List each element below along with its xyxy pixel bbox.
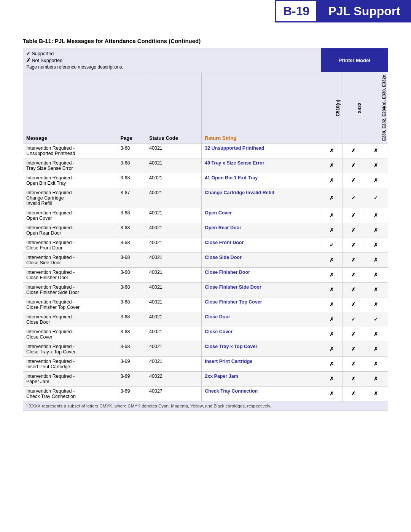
c510n-cell: ✗ <box>321 252 342 267</box>
c510n-cell: ✗ <box>321 356 342 371</box>
x422-cell: ✗ <box>342 252 364 267</box>
x422-cell: ✗ <box>342 223 364 238</box>
table-row: Intervention Required -Close Finisher To… <box>23 297 388 312</box>
msg-cell: Intervention Required -Tray Size Sense E… <box>23 158 117 173</box>
x422-cell: ✗ <box>342 327 364 342</box>
legend-row: ✓ Supported ✗ Not Supported Page numbers… <box>23 48 388 72</box>
c510n-cell: ✗ <box>321 158 342 173</box>
c510n-cell: ✗ <box>321 297 342 312</box>
return-string-cell: 40 Tray x Size Sense Error <box>202 158 321 173</box>
eseries-cell: ✗ <box>364 282 388 297</box>
x422-cell: ✓ <box>342 312 364 327</box>
eseries-cell: ✗ <box>364 327 388 342</box>
status-cell: 40021 <box>146 312 202 327</box>
status-cell: 40021 <box>146 356 202 371</box>
page-number: B-19 <box>275 0 317 22</box>
return-string-cell: Close Door <box>202 312 321 327</box>
table-row: Intervention Required -Unsupported Print… <box>23 143 388 158</box>
col-e-series: E230, E232, E234(n), E330, E332n <box>364 72 388 144</box>
eseries-cell: ✗ <box>364 143 388 158</box>
c510n-cell: ✗ <box>321 267 342 282</box>
x422-cell: ✗ <box>342 208 364 223</box>
x422-cell: ✗ <box>342 371 364 386</box>
page-cell: 3-68 <box>117 208 146 223</box>
page-title: PJL Support <box>317 0 411 22</box>
main-table: ✓ Supported ✗ Not Supported Page numbers… <box>23 48 388 411</box>
x422-cell: ✗ <box>342 356 364 371</box>
c510n-cell: ✗ <box>321 371 342 386</box>
page-cell: 3-69 <box>117 386 146 401</box>
x422-cell: ✗ <box>342 282 364 297</box>
return-string-cell: Check Tray Connection <box>202 386 321 401</box>
not-supported-legend: ✗ Not Supported <box>26 58 318 63</box>
x422-cell: ✗ <box>342 267 364 282</box>
supported-symbol: ✓ <box>26 51 30 56</box>
status-cell: 40021 <box>146 188 202 208</box>
status-cell: 40021 <box>146 238 202 252</box>
x422-cell: ✗ <box>342 158 364 173</box>
status-cell: 40021 <box>146 297 202 312</box>
page-cell: 3-68 <box>117 223 146 238</box>
page-cell: 3-68 <box>117 282 146 297</box>
status-cell: 40021 <box>146 223 202 238</box>
x422-cell: ✗ <box>342 342 364 356</box>
c510n-cell: ✗ <box>321 223 342 238</box>
c510n-cell: ✗ <box>321 208 342 223</box>
col-status-code: Status Code <box>146 72 202 144</box>
table-row: Intervention Required -Insert Print Cart… <box>23 356 388 371</box>
c510n-cell: ✗ <box>321 386 342 401</box>
return-string-cell: Open Rear Door <box>202 223 321 238</box>
table-row: Intervention Required -Close Finisher Si… <box>23 282 388 297</box>
table-row: Intervention Required -Close Side Door 3… <box>23 252 388 267</box>
page-cell: 3-69 <box>117 371 146 386</box>
msg-cell: Intervention Required -Close Finisher To… <box>23 297 117 312</box>
column-headers: Message Page Status Code Return String C… <box>23 72 388 144</box>
eseries-cell: ✗ <box>364 356 388 371</box>
return-string-cell: Open Cover <box>202 208 321 223</box>
footer-note: ¹ XXXX represents a subset of letters CM… <box>23 401 388 411</box>
table-row: Intervention Required -Close Cover 3-68 … <box>23 327 388 342</box>
supported-label: Supported <box>32 51 54 56</box>
eseries-cell: ✗ <box>364 267 388 282</box>
msg-cell: Intervention Required -Insert Print Cart… <box>23 356 117 371</box>
return-string-cell: Insert Print Cartridge <box>202 356 321 371</box>
footer-note-row: ¹ XXXX represents a subset of letters CM… <box>23 401 388 411</box>
eseries-cell: ✗ <box>364 371 388 386</box>
x422-cell: ✗ <box>342 297 364 312</box>
return-string-cell: Close Cover <box>202 327 321 342</box>
status-cell: 40027 <box>146 386 202 401</box>
page-cell: 3-68 <box>117 327 146 342</box>
table-row: Intervention Required -Tray Size Sense E… <box>23 158 388 173</box>
x422-cell: ✓ <box>342 188 364 208</box>
col-page: Page <box>117 72 146 144</box>
printer-model-header: Printer Model <box>321 48 388 72</box>
status-cell: 40021 <box>146 342 202 356</box>
eseries-cell: ✗ <box>364 158 388 173</box>
col-x422: X422 <box>342 72 364 144</box>
table-row: Intervention Required -Close Tray x Top … <box>23 342 388 356</box>
return-string-cell: Close Front Door <box>202 238 321 252</box>
x422-cell: ✗ <box>342 386 364 401</box>
not-supported-label: Not Supported <box>32 58 62 63</box>
page-cell: 3-68 <box>117 267 146 282</box>
msg-cell: Intervention Required -Close Cover <box>23 327 117 342</box>
c510n-cell: ✗ <box>321 188 342 208</box>
page-cell: 3-68 <box>117 173 146 188</box>
page-cell: 3-67 <box>117 188 146 208</box>
msg-cell: Intervention Required -Close Door <box>23 312 117 327</box>
return-string-cell: 32 Unsupported Printhead <box>202 143 321 158</box>
x422-cell: ✗ <box>342 143 364 158</box>
eseries-cell: ✗ <box>364 386 388 401</box>
c510n-cell: ✗ <box>321 312 342 327</box>
c510n-cell: ✗ <box>321 143 342 158</box>
msg-cell: Intervention Required -Unsupported Print… <box>23 143 117 158</box>
x422-cell: ✗ <box>342 238 364 252</box>
eseries-cell: ✗ <box>364 342 388 356</box>
return-string-cell: Close Finisher Top Cover <box>202 297 321 312</box>
msg-cell: Intervention Required -Open Bin Exit Tra… <box>23 173 117 188</box>
table-row: Intervention Required -Check Tray Connec… <box>23 386 388 401</box>
table-row: Intervention Required -Open Bin Exit Tra… <box>23 173 388 188</box>
c510n-cell: ✗ <box>321 173 342 188</box>
eseries-cell: ✗ <box>364 208 388 223</box>
status-cell: 40021 <box>146 208 202 223</box>
